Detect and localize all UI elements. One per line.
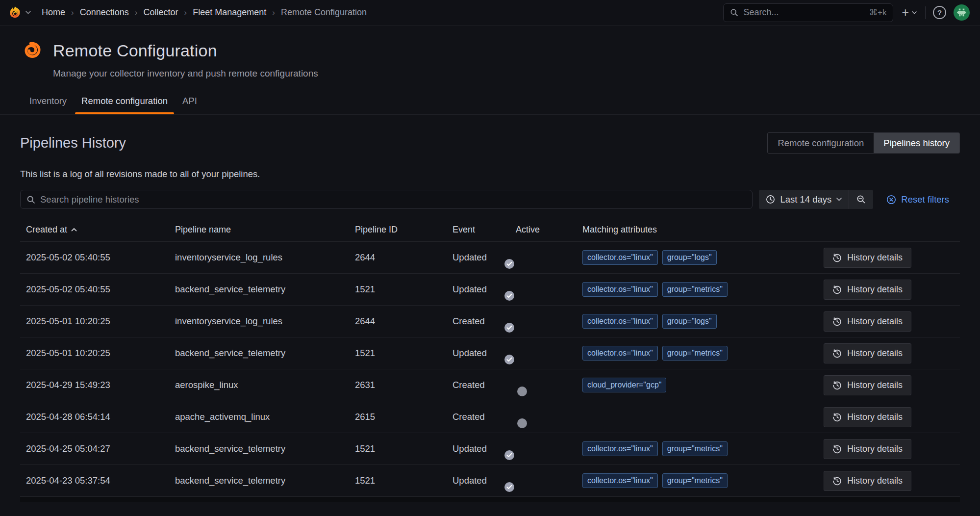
history-details-label: History details xyxy=(847,284,903,295)
cell-pipeline-name: inventoryservice_log_rules xyxy=(175,316,355,327)
attribute-badge: group="logs" xyxy=(662,314,717,329)
time-range-picker[interactable]: Last 14 days xyxy=(759,190,849,209)
chevron-down-icon xyxy=(912,11,917,14)
toggle-knob xyxy=(517,418,527,428)
attribute-badge: group="metrics" xyxy=(662,473,728,488)
history-details-button[interactable]: History details xyxy=(824,471,911,491)
sort-ascending-icon xyxy=(71,228,77,232)
reset-filters-button[interactable]: Reset filters xyxy=(886,194,949,205)
breadcrumb: Home › Connections › Collector › Fleet M… xyxy=(42,7,367,18)
toggle-knob xyxy=(504,482,514,492)
chevron-down-icon xyxy=(836,198,842,201)
breadcrumb-separator: › xyxy=(184,8,187,18)
cell-event: Created xyxy=(452,412,516,422)
zoom-out-icon xyxy=(856,195,866,204)
cell-pipeline-name: backend_service_telemetry xyxy=(175,284,355,295)
history-details-button[interactable]: History details xyxy=(824,343,911,363)
grafana-logo-menu[interactable] xyxy=(8,5,31,20)
attribute-badge: collector.os="linux" xyxy=(582,441,658,456)
cell-pipeline-id: 1521 xyxy=(355,475,452,486)
history-details-button[interactable]: History details xyxy=(824,375,911,395)
history-details-label: History details xyxy=(847,316,903,327)
search-icon xyxy=(26,195,35,204)
attribute-badges: collector.os="linux"group="metrics" xyxy=(582,346,810,361)
cell-pipeline-id: 1521 xyxy=(355,443,452,454)
attribute-badges: collector.os="linux"group="logs" xyxy=(582,314,810,329)
history-details-button[interactable]: History details xyxy=(824,439,911,459)
help-icon[interactable]: ? xyxy=(933,6,946,19)
history-details-label: History details xyxy=(847,348,903,359)
add-new-dropdown[interactable]: + xyxy=(901,4,918,21)
clock-icon xyxy=(766,195,775,204)
attribute-badge: group="metrics" xyxy=(662,441,728,456)
attribute-badges: cloud_provider="gcp" xyxy=(582,378,810,392)
table-row: 2025-04-28 06:54:14 apache_activemq_linu… xyxy=(20,401,960,433)
cell-created-at: 2025-05-02 05:40:55 xyxy=(20,252,175,263)
cell-created-at: 2025-05-02 05:40:55 xyxy=(20,284,175,295)
toggle-knob xyxy=(504,450,514,460)
global-search-box[interactable]: ⌘+k xyxy=(723,3,893,22)
section-title: Pipelines History xyxy=(20,135,126,151)
table-row: 2025-04-25 05:04:27 backend_service_tele… xyxy=(20,433,960,464)
attribute-badge: collector.os="linux" xyxy=(582,473,658,488)
attribute-badge: cloud_provider="gcp" xyxy=(582,378,666,392)
cell-pipeline-id: 1521 xyxy=(355,348,452,359)
column-header-created-at[interactable]: Created at xyxy=(20,225,175,235)
history-details-button[interactable]: History details xyxy=(824,248,911,268)
attribute-badge: collector.os="linux" xyxy=(582,314,658,329)
view-toggle-pipelines-history[interactable]: Pipelines history xyxy=(874,133,959,153)
plus-icon: + xyxy=(902,6,909,19)
toggle-knob xyxy=(504,355,514,364)
attribute-badge: group="metrics" xyxy=(662,282,728,297)
toggle-knob xyxy=(504,291,514,301)
cell-pipeline-name: aerospike_linux xyxy=(175,380,355,390)
table-header-row: Created at Pipeline name Pipeline ID Eve… xyxy=(20,218,960,241)
pipeline-search-input[interactable] xyxy=(40,194,746,205)
tab-api[interactable]: API xyxy=(175,89,204,114)
view-toggle: Remote configuration Pipelines history xyxy=(767,132,960,154)
cell-created-at: 2025-04-29 15:49:23 xyxy=(20,380,175,390)
table-row: 2025-05-01 10:20:25 backend_service_tele… xyxy=(20,337,960,369)
user-avatar[interactable] xyxy=(954,4,970,21)
breadcrumb-connections[interactable]: Connections xyxy=(80,7,129,18)
view-toggle-remote-configuration[interactable]: Remote configuration xyxy=(768,133,874,153)
breadcrumb-separator: › xyxy=(272,8,275,18)
global-search-input[interactable] xyxy=(743,7,864,18)
breadcrumb-home[interactable]: Home xyxy=(42,7,65,18)
cell-pipeline-name: backend_service_telemetry xyxy=(175,475,355,486)
history-details-label: History details xyxy=(847,476,903,486)
history-details-button[interactable]: History details xyxy=(824,311,911,332)
breadcrumb-fleet-management[interactable]: Fleet Management xyxy=(193,7,266,18)
cell-event: Created xyxy=(452,380,516,390)
filter-row: Last 14 days Reset filters xyxy=(20,190,960,209)
tab-remote-configuration[interactable]: Remote configuration xyxy=(74,89,175,114)
zoom-out-time-button[interactable] xyxy=(849,190,873,209)
cell-pipeline-id: 1521 xyxy=(355,284,452,295)
history-details-label: History details xyxy=(847,444,903,454)
attribute-badges: collector.os="linux"group="metrics" xyxy=(582,441,810,456)
history-icon xyxy=(832,253,842,262)
grafana-logo-icon xyxy=(8,5,22,20)
attribute-badge: collector.os="linux" xyxy=(582,250,658,265)
column-header-matching-attributes: Matching attributes xyxy=(582,225,810,235)
tab-inventory[interactable]: Inventory xyxy=(22,89,74,114)
column-header-event: Event xyxy=(452,225,516,235)
cell-pipeline-name: inventoryservice_log_rules xyxy=(175,252,355,263)
history-details-button[interactable]: History details xyxy=(824,280,911,300)
cell-created-at: 2025-05-01 10:20:25 xyxy=(20,348,175,359)
toggle-knob xyxy=(504,259,514,269)
history-details-label: History details xyxy=(847,380,903,390)
cell-pipeline-id: 2615 xyxy=(355,412,452,422)
pipeline-search-box[interactable] xyxy=(20,190,753,209)
history-icon xyxy=(832,476,842,486)
history-details-button[interactable]: History details xyxy=(824,407,911,427)
cell-created-at: 2025-04-23 05:37:54 xyxy=(20,475,175,486)
table-row: 2025-05-02 05:40:55 inventoryservice_log… xyxy=(20,241,960,273)
history-details-label: History details xyxy=(847,253,903,263)
breadcrumb-separator: › xyxy=(71,8,74,18)
cell-pipeline-id: 2631 xyxy=(355,380,452,390)
breadcrumb-collector[interactable]: Collector xyxy=(143,7,178,18)
history-details-label: History details xyxy=(847,412,903,422)
column-header-pipeline-name: Pipeline name xyxy=(175,225,355,235)
section-description: This list is a log of all revisions made… xyxy=(20,169,960,180)
